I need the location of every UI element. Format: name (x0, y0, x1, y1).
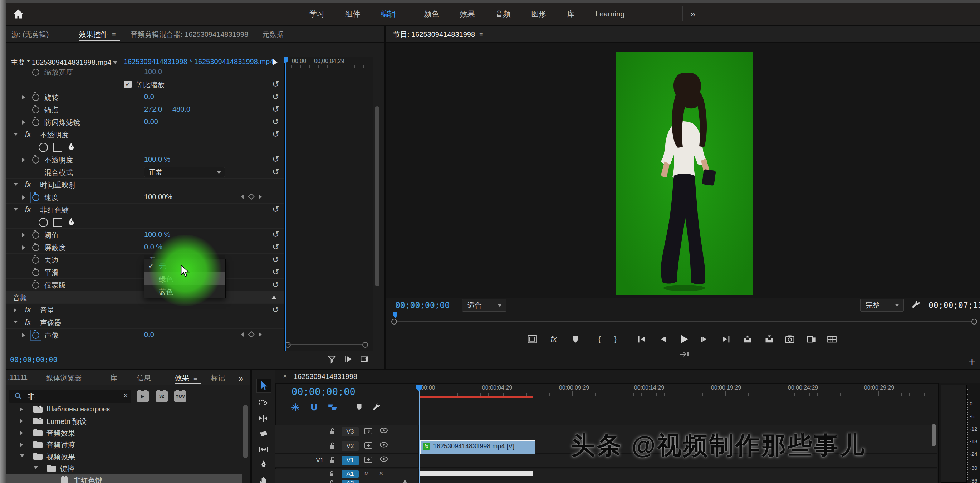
safe-margins-icon[interactable] (526, 333, 538, 345)
chevron-right-icon[interactable] (20, 407, 23, 411)
pen-tool[interactable] (256, 457, 271, 471)
sync-lock-icon[interactable] (364, 427, 372, 435)
ellipse-mask-icon[interactable] (39, 218, 48, 227)
chevron-right-icon[interactable] (20, 431, 23, 435)
menu-item-效果[interactable]: 效果 (450, 9, 485, 19)
reset-parameter-icon[interactable]: ↺ (272, 154, 279, 164)
chevron-right-icon[interactable] (22, 158, 25, 162)
tab-效果[interactable]: 效果≡ (175, 373, 197, 383)
yuv-badge[interactable]: YUV (174, 391, 186, 402)
property-value[interactable]: 100.00% (144, 193, 172, 201)
vertical-scrollbar[interactable] (243, 405, 248, 458)
reset-parameter-icon[interactable]: ↺ (272, 304, 279, 314)
tree-item-非红色键[interactable]: 非红色键 (6, 474, 242, 483)
settings-wrench-icon[interactable] (911, 300, 921, 310)
reset-parameter-icon[interactable]: ↺ (272, 92, 279, 102)
chevron-right-icon[interactable] (22, 95, 25, 99)
source-patch[interactable]: V1 (314, 456, 326, 465)
track-content[interactable] (418, 480, 937, 483)
tree-item-音频过渡[interactable]: 音频过渡 (6, 438, 242, 450)
tab-音频剪辑混合器: 1625309414831998[interactable]: 音频剪辑混合器: 1625309414831998 (130, 30, 248, 39)
voiceover-mic-icon[interactable] (402, 480, 407, 483)
reset-parameter-icon[interactable]: ↺ (272, 204, 279, 214)
stopwatch-icon[interactable] (32, 106, 39, 113)
stopwatch-icon[interactable] (32, 282, 39, 289)
master-clip-selector[interactable]: 主要 * 1625309414831998.mp4 (11, 57, 111, 67)
tree-item-音频效果[interactable]: 音频效果 (6, 427, 242, 438)
stopwatch-icon[interactable] (32, 69, 39, 76)
search-input-value[interactable]: 非 (27, 392, 35, 402)
accelerated-effects-badge[interactable]: ▶ (137, 391, 149, 402)
tree-item-视频效果[interactable]: 视频效果 (6, 450, 242, 462)
step-back-icon[interactable] (657, 333, 669, 345)
tab-信息[interactable]: 信息 (137, 373, 151, 383)
reset-parameter-icon[interactable]: ↺ (272, 104, 279, 114)
seek-handle-right[interactable] (971, 319, 977, 325)
tab-效果控件[interactable]: 效果控件≡ (79, 30, 116, 39)
toggle-track-output-eye-icon[interactable] (379, 442, 388, 448)
tab-媒体浏览器[interactable]: 媒体浏览器 (46, 373, 82, 383)
stopwatch-icon[interactable] (32, 231, 39, 239)
insert-overwrite-icon[interactable] (290, 401, 302, 413)
lock-icon[interactable] (329, 470, 334, 477)
current-timecode[interactable]: 00;00;00;00 (10, 355, 57, 364)
next-keyframe-icon[interactable] (259, 332, 262, 337)
reset-parameter-icon[interactable]: ↺ (272, 267, 279, 277)
chevron-right-icon[interactable] (22, 333, 25, 337)
reset-parameter-icon[interactable]: ↺ (272, 116, 279, 127)
chevron-down-icon[interactable] (113, 61, 117, 64)
property-value[interactable]: 272.0 (144, 105, 162, 113)
toggle-track-output-eye-icon[interactable] (379, 456, 388, 462)
zoom-handle-right[interactable] (362, 342, 368, 348)
zoom-scrollbar[interactable] (285, 342, 368, 347)
previous-keyframe-icon[interactable] (241, 194, 243, 199)
vertical-scrollbar[interactable] (932, 424, 936, 446)
extract-icon[interactable] (763, 333, 775, 345)
track-name-badge[interactable]: A1 (342, 470, 359, 478)
close-icon[interactable]: × (283, 372, 287, 380)
fx-badges-icon[interactable]: fx (547, 333, 560, 345)
chevron-right-icon[interactable] (14, 308, 16, 312)
collapse-section-icon[interactable] (272, 295, 277, 299)
tab-program[interactable]: 节目: 1625309414831998≡ (393, 30, 483, 39)
playback-resolution-select[interactable]: 完整 (860, 299, 904, 312)
seek-handle-left[interactable] (391, 319, 397, 325)
next-keyframe-icon[interactable] (259, 194, 262, 199)
audio-clip-bar[interactable] (420, 471, 533, 476)
stopwatch-icon[interactable] (32, 332, 39, 339)
menu-item-Learning[interactable]: Learning (585, 10, 635, 18)
comparison-view-icon[interactable] (805, 333, 818, 345)
ripple-edit-tool[interactable] (256, 411, 271, 425)
checkbox-等比缩放[interactable]: ✓ (124, 81, 132, 88)
chevron-right-icon[interactable] (20, 419, 23, 423)
export-frame-icon[interactable] (360, 355, 369, 364)
snap-icon[interactable] (308, 401, 320, 413)
razor-tool[interactable] (256, 426, 271, 440)
chevron-down-icon[interactable] (20, 454, 24, 457)
32bit-badge[interactable]: 32 (156, 391, 168, 402)
drag-video-icon[interactable] (679, 351, 690, 358)
program-playhead[interactable] (393, 312, 398, 318)
panel-menu-icon[interactable]: ≡ (112, 31, 116, 38)
rect-mask-icon[interactable] (53, 143, 62, 152)
track-select-forward-tool[interactable] (256, 396, 271, 410)
chevron-down-icon[interactable] (14, 320, 18, 324)
slip-tool[interactable] (256, 443, 271, 456)
menu-item-学习[interactable]: 学习 (299, 9, 335, 19)
lock-icon[interactable] (329, 442, 336, 450)
lift-icon[interactable] (741, 333, 754, 345)
add-button[interactable]: + (969, 355, 976, 369)
reset-parameter-icon[interactable]: ↺ (272, 242, 279, 252)
workspace-overflow-button[interactable]: » (690, 9, 694, 20)
reset-parameter-icon[interactable]: ↺ (272, 167, 279, 177)
property-value[interactable]: 100.0 (144, 68, 162, 76)
program-timecode[interactable]: 00;00;00;00 (395, 301, 450, 310)
tab-标记[interactable]: 标记 (211, 373, 225, 383)
tab-.11111[interactable]: .11111 (8, 373, 27, 381)
go-to-in-icon[interactable] (636, 333, 648, 345)
linked-selection-icon[interactable] (326, 401, 339, 413)
panel-menu-icon[interactable]: ≡ (194, 375, 197, 382)
property-value[interactable]: 100.0 % (144, 155, 170, 164)
mark-out-icon[interactable]: } (609, 333, 622, 345)
keyframe-ruler[interactable]: 00;00 00;00;04;29 (285, 57, 373, 69)
